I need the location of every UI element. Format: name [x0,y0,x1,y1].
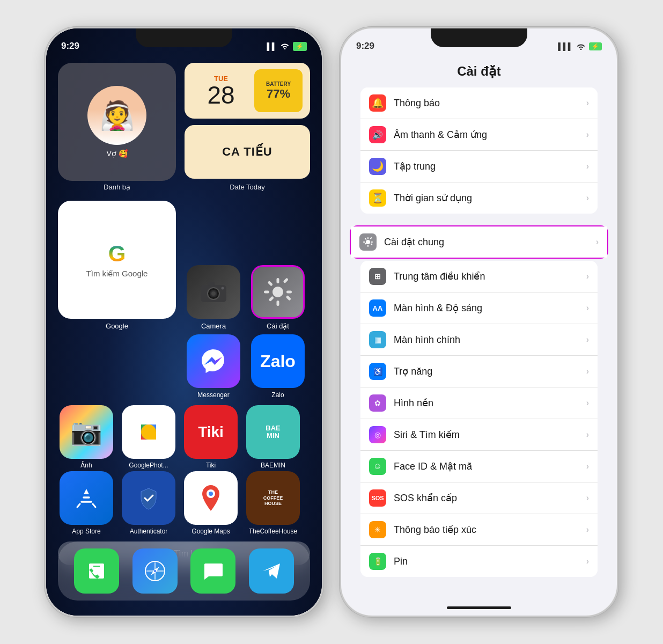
svg-rect-29 [371,243,373,245]
messenger-app-icon[interactable] [187,334,240,388]
messages-dock-icon[interactable] [190,548,235,594]
settings-item-notifications[interactable]: 🔔 Thông báo › [360,87,598,119]
appstore-icon[interactable] [60,471,113,525]
safari-dock-icon[interactable] [132,548,178,594]
svg-point-18 [209,492,213,496]
notifications-label: Thông báo [394,98,586,109]
home-screen: 9:29 ▌▌ ⚡ 👰 Vợ 🥰 [46,28,322,616]
notifications-icon: 🔔 [369,94,386,112]
display-chevron: › [586,303,589,313]
settings-item-faceid[interactable]: ☺ Face ID & Mật mã › [360,451,598,482]
contact-widget[interactable]: 👰 Vợ 🥰 [58,63,176,181]
settings-item-display[interactable]: AA Màn hình & Độ sáng › [360,292,598,324]
zalo-app-icon[interactable]: Zalo [251,334,305,388]
settings-item-sound[interactable]: 🔊 Âm thanh & Cảm ứng › [360,119,598,151]
notch-left [136,28,232,47]
google-g-icon: G [108,241,126,267]
coffeehouse-wrap: THECOFFEEHOUSE TheCoffeeHouse [245,471,301,535]
date-widget[interactable]: TUE 28 BATTERY 77% [185,63,310,119]
contact-name: Vợ 🥰 [106,149,127,158]
schedule-widget[interactable]: CA TIẾU [185,125,310,179]
dock [58,541,310,601]
photos-icon[interactable]: 📷 [60,405,113,459]
screentime-chevron: › [586,193,589,203]
settings-item-battery[interactable]: 🔋 Pin › [360,546,598,577]
baemin-icon[interactable]: BAE MIN [246,405,300,459]
settings-item-exposure[interactable]: ✳ Thông báo tiếp xúc › [360,514,598,546]
battery-pct: 77% [267,87,290,101]
svg-rect-13 [269,296,275,302]
svg-rect-26 [363,241,365,243]
appstore-label: App Store [72,528,100,535]
svg-rect-31 [370,237,372,239]
gmaps-icon[interactable] [184,471,238,525]
settings-title: Cài đặt [341,56,617,87]
svg-rect-12 [286,295,292,301]
settings-item-general[interactable]: Cài đặt chung › [351,226,607,258]
siri-label: Siri & Tìm kiếm [394,429,586,441]
svg-point-3 [211,291,216,296]
exposure-icon: ✳ [369,521,386,538]
sos-label: SOS khẩn cấp [394,492,586,504]
siri-chevron: › [586,430,589,440]
settings-item-sos[interactable]: SOS SOS khẩn cấp › [360,482,598,514]
screentime-label: Thời gian sử dụng [394,192,586,204]
focus-chevron: › [586,162,589,171]
phone-dock-icon[interactable] [74,548,119,594]
settings-item-homescreen[interactable]: ▦ Màn hình chính › [360,324,598,356]
settings-label: Cài đặt [267,322,289,330]
notch-right [431,28,527,47]
settings-item-focus[interactable]: 🌙 Tập trung › [360,151,598,182]
camera-label: Camera [201,322,226,330]
schedule-text: CA TIẾU [222,145,272,159]
messenger-app-wrap: Messenger [187,334,240,399]
gmaps-label: Google Maps [191,528,230,535]
svg-rect-9 [264,291,269,294]
settings-app-icon[interactable] [251,265,305,319]
settings-item-screentime[interactable]: ⏳ Thời gian sử dụng › [360,182,598,214]
gphotos-wrap: GooglePhot... [120,405,177,469]
camera-app-icon[interactable] [187,265,240,319]
tiki-icon[interactable]: Tiki [184,405,238,459]
settings-item-siri[interactable]: ◎ Siri & Tìm kiếm › [360,419,598,451]
coffeehouse-icon[interactable]: THECOFFEEHOUSE [246,471,300,525]
time-left: 9:29 [61,41,79,52]
icon-grid-row1: 📷 Ảnh GooglePhot... [46,401,322,469]
exposure-label: Thông báo tiếp xúc [394,524,586,536]
google-app-icon[interactable]: G Tìm kiếm Google [58,201,176,319]
avatar: 👰 [87,86,146,145]
settings-item-wallpaper[interactable]: ✿ Hình nền › [360,387,598,419]
telegram-dock-icon[interactable] [249,548,294,594]
battery-label: BATTERY [266,81,291,87]
svg-point-5 [222,287,224,290]
svg-rect-11 [268,281,274,287]
settings-app-wrap: Cài đặt [251,265,305,330]
battery-widget: BATTERY 77% [254,69,303,112]
authenticator-icon[interactable] [122,471,175,525]
signal-right: ▌▌▌ [558,42,573,50]
battery-label: Pin [394,556,586,567]
svg-rect-28 [365,238,367,240]
svg-rect-7 [277,278,279,283]
date-label: Date Today [185,183,310,191]
battery-icon: ⚡ [293,42,307,51]
signal-icon: ▌▌ [267,42,277,50]
sos-chevron: › [586,493,589,503]
sos-icon: SOS [369,489,386,507]
home-indicator-right [447,606,511,609]
homescreen-label: Màn hình chính [394,334,586,346]
sound-icon: 🔊 [369,126,386,143]
time-right: 9:29 [356,41,374,52]
phone-left: 9:29 ▌▌ ⚡ 👰 Vợ 🥰 [45,27,323,617]
screen-right: 9:29 ▌▌▌ ⚡ Cài đặt 🔔 Thông báo › [341,28,617,616]
wallpaper-label: Hình nền [394,397,586,409]
display-label: Màn hình & Độ sáng [394,302,586,314]
svg-rect-24 [367,237,369,239]
gphotos-icon[interactable] [122,405,175,459]
baemin-wrap: BAE MIN BAEMIN [245,405,301,469]
siri-icon: ◎ [369,426,386,443]
zalo-app-wrap: Zalo Zalo [251,334,305,399]
google-app-wrap: G Tìm kiếm Google Google [58,201,176,330]
settings-item-accessibility[interactable]: ♿ Trợ năng › [360,356,598,387]
settings-item-controlcenter[interactable]: ⊞ Trung tâm điều khiển › [360,261,598,292]
